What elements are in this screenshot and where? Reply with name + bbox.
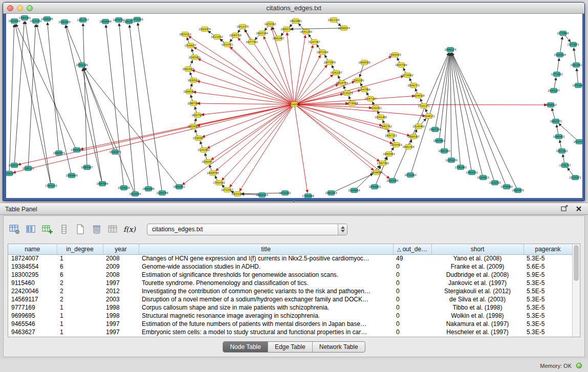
graph-edge[interactable] [190, 72, 192, 78]
tab-edge-table[interactable]: Edge Table [268, 342, 313, 352]
graph-node[interactable]: 15745980 [500, 185, 512, 189]
graph-edge[interactable] [450, 53, 451, 158]
graph-node[interactable]: 18403561 [433, 139, 445, 143]
graph-node[interactable]: 17161372 [418, 104, 429, 108]
graph-node[interactable]: 16061290 [300, 30, 312, 34]
graph-node[interactable]: 22041458 [375, 115, 386, 120]
close-panel-icon[interactable] [575, 205, 583, 213]
graph-edge[interactable] [557, 58, 559, 72]
graph-node[interactable]: 11253360 [265, 22, 276, 27]
graph-node[interactable]: 18466088 [142, 187, 154, 191]
graph-node[interactable]: 18347094 [395, 63, 407, 68]
graph-edge[interactable] [421, 99, 423, 103]
graph-edge[interactable] [48, 23, 59, 150]
graph-node[interactable]: 20561046 [76, 63, 88, 68]
table-row[interactable]: 946362711997Embryonic stem cells: a mode… [8, 328, 572, 336]
graph-edge[interactable] [192, 70, 292, 103]
graph-node[interactable]: 19015103 [231, 192, 243, 196]
graph-node[interactable]: 19587684 [96, 182, 108, 186]
graph-edge[interactable] [416, 89, 418, 93]
graph-edge[interactable] [360, 65, 363, 77]
graph-node[interactable]: 19131662 [30, 19, 41, 24]
graph-edge[interactable] [187, 37, 189, 43]
table-vertical-scrollbar[interactable] [572, 244, 580, 337]
column-header-pagerank[interactable]: pagerank [524, 244, 572, 254]
graph-edge[interactable] [557, 125, 558, 134]
graph-node[interactable]: 19086053 [183, 90, 195, 94]
graph-edge[interactable] [296, 55, 320, 102]
graph-node[interactable]: 21812100 [328, 18, 339, 23]
graph-edge[interactable] [410, 140, 412, 144]
column-header-title[interactable]: title [139, 244, 393, 254]
table-row[interactable]: 1872400712008Changes of HCN gene express… [8, 254, 572, 262]
graph-edge[interactable] [373, 102, 374, 106]
graph-edge[interactable] [426, 109, 428, 114]
graph-node[interactable]: 21067417 [364, 97, 376, 101]
graph-node[interactable]: 17957909 [377, 161, 388, 166]
graph-node[interactable]: 14703443 [572, 83, 582, 88]
graph-node[interactable]: 15059649 [66, 173, 77, 178]
graph-edge[interactable] [202, 105, 291, 115]
graph-node[interactable]: 18925344 [256, 31, 268, 36]
graph-edge[interactable] [215, 176, 217, 181]
graph-edge[interactable] [192, 49, 193, 55]
graph-node[interactable]: 12912767 [77, 18, 89, 23]
graph-node[interactable]: 21041247 [548, 89, 559, 93]
graph-edge[interactable] [309, 34, 312, 40]
graph-edge[interactable] [83, 69, 114, 150]
graph-node[interactable]: 11346918 [413, 94, 425, 98]
graph-node[interactable]: 11731797 [559, 163, 571, 168]
close-window-icon[interactable] [7, 5, 13, 11]
column-header-short[interactable]: short [431, 244, 524, 254]
graph-node[interactable]: 18583979 [512, 188, 524, 193]
tab-network-table[interactable]: Network Table [313, 342, 365, 352]
graph-node[interactable]: 20584945 [58, 20, 70, 25]
graph-node[interactable]: 17436243 [45, 184, 57, 188]
graph-edge[interactable] [415, 129, 417, 134]
graph-edge[interactable] [297, 106, 374, 170]
graph-node[interactable]: 21648171 [423, 114, 434, 119]
graph-edge[interactable] [207, 105, 291, 148]
graph-node[interactable]: 18955497 [81, 165, 93, 170]
float-panel-icon[interactable] [560, 205, 569, 213]
tab-node-table[interactable]: Node Table [223, 342, 268, 352]
graph-node[interactable]: 19965718 [280, 27, 292, 32]
graph-node[interactable]: 18307529 [191, 113, 203, 118]
graph-node[interactable]: 15616554 [129, 192, 141, 196]
graph-edge[interactable] [554, 78, 556, 88]
graph-node[interactable]: 15024419 [390, 143, 402, 147]
graph-edge[interactable] [272, 27, 277, 36]
graph-node[interactable]: 19160518 [554, 53, 565, 57]
graph-edge[interactable] [295, 107, 308, 192]
graph-edge[interactable] [297, 56, 391, 103]
graph-node[interactable]: 19668176 [444, 48, 456, 52]
graph-node[interactable]: 18669648 [99, 19, 111, 24]
graph-edge[interactable] [338, 76, 340, 80]
graph-node[interactable]: 16244783 [573, 140, 582, 144]
minimize-window-icon[interactable] [17, 5, 23, 11]
graph-node[interactable]: 14872006 [316, 50, 328, 55]
graph-node[interactable]: 17554088 [302, 194, 314, 199]
graph-node[interactable]: 16778890 [557, 31, 569, 36]
graph-node[interactable]: 19778438 [346, 101, 358, 106]
graph-node[interactable]: 20603625 [182, 67, 194, 72]
table-row[interactable]: 977716911998Corpus callosum shape and si… [8, 303, 572, 312]
graph-edge[interactable] [383, 120, 384, 124]
graph-node[interactable]: 17273971 [567, 42, 579, 47]
graph-edge[interactable] [209, 165, 211, 170]
graph-edge[interactable] [577, 69, 578, 83]
graph-edge[interactable] [291, 28, 341, 29]
graph-edge[interactable] [394, 53, 448, 178]
graph-edge[interactable] [195, 129, 197, 136]
graph-node[interactable]: 16662807 [272, 36, 284, 41]
graph-node[interactable]: 15166654 [348, 188, 360, 193]
function-builder-icon[interactable]: f(x) [122, 222, 137, 236]
graph-edge[interactable] [332, 65, 334, 71]
graph-node[interactable]: 21095587 [6, 171, 15, 176]
graph-edge[interactable] [393, 139, 395, 143]
graph-edge[interactable] [230, 37, 233, 42]
graph-edge[interactable] [198, 59, 291, 103]
graph-node[interactable]: 19862010 [466, 170, 477, 175]
column-header-name[interactable]: name [8, 244, 57, 254]
graph-edge[interactable] [82, 69, 102, 181]
